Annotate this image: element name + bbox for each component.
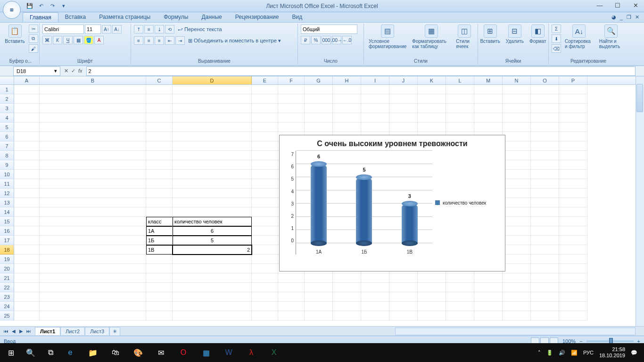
cell[interactable]: 5 — [173, 236, 252, 245]
sheet-tab-2[interactable]: Лист2 — [60, 327, 85, 335]
cell[interactable]: 1Б — [146, 236, 173, 245]
cell[interactable] — [474, 311, 503, 321]
cell[interactable] — [531, 160, 559, 170]
row-header[interactable]: 9 — [0, 160, 14, 170]
align-right-icon[interactable]: ≡ — [155, 36, 164, 45]
fill-icon[interactable]: ⬇ — [552, 34, 561, 43]
cell[interactable] — [252, 226, 278, 236]
sheet-nav-next-icon[interactable]: ▶ — [18, 329, 25, 334]
cell[interactable]: 1В — [146, 245, 173, 255]
cell[interactable]: 6 — [173, 226, 252, 236]
cell[interactable] — [278, 283, 305, 292]
name-box[interactable]: D18▾ — [13, 66, 60, 76]
sheet-nav-prev-icon[interactable]: ◀ — [10, 329, 17, 334]
cell[interactable] — [40, 283, 146, 292]
cell[interactable] — [503, 245, 531, 255]
row-header[interactable]: 2 — [0, 94, 14, 104]
cell[interactable] — [146, 151, 173, 160]
cell[interactable] — [503, 123, 531, 132]
row-header[interactable]: 22 — [0, 283, 14, 292]
cell[interactable] — [503, 292, 531, 302]
cell[interactable] — [418, 273, 446, 283]
cell[interactable] — [503, 198, 531, 207]
cell[interactable] — [40, 245, 146, 255]
cell[interactable]: класс — [146, 217, 173, 226]
cell[interactable] — [559, 273, 587, 283]
tray-battery-icon[interactable]: 🔋 — [546, 350, 553, 356]
column-header[interactable]: G — [305, 76, 333, 84]
cell[interactable] — [531, 217, 559, 226]
cell[interactable] — [446, 273, 474, 283]
cell[interactable] — [531, 123, 559, 132]
cell[interactable] — [503, 179, 531, 189]
taskbar-mail-icon[interactable]: ✉ — [150, 343, 172, 362]
cell[interactable] — [305, 311, 333, 321]
column-header[interactable]: H — [333, 76, 361, 84]
cell[interactable] — [503, 255, 531, 264]
cell[interactable] — [531, 189, 559, 198]
cell[interactable] — [559, 236, 587, 245]
taskbar-excel-icon[interactable]: X — [263, 343, 285, 362]
decrease-indent-icon[interactable]: ⇤ — [165, 36, 174, 45]
cell[interactable] — [531, 85, 559, 94]
cell[interactable] — [173, 151, 252, 160]
cell[interactable] — [503, 141, 531, 151]
cell[interactable] — [559, 170, 587, 179]
cell[interactable] — [559, 283, 587, 292]
cell[interactable] — [252, 292, 278, 302]
column-header[interactable]: P — [559, 76, 587, 84]
cell[interactable] — [418, 113, 446, 123]
cell[interactable] — [252, 123, 278, 132]
search-icon[interactable]: 🔍 — [20, 343, 41, 362]
cell[interactable] — [252, 198, 278, 207]
cell[interactable] — [40, 170, 146, 179]
font-color-icon[interactable]: A — [94, 36, 104, 44]
tray-language[interactable]: РУС — [583, 350, 594, 355]
italic-icon[interactable]: К — [53, 36, 62, 44]
cell[interactable] — [531, 255, 559, 264]
cell[interactable] — [389, 283, 418, 292]
column-header[interactable]: O — [531, 76, 559, 84]
cell[interactable]: 2 — [173, 245, 252, 255]
row-header[interactable]: 15 — [0, 217, 14, 226]
cell[interactable] — [418, 85, 446, 94]
cell[interactable] — [389, 311, 418, 321]
cell[interactable] — [559, 132, 587, 141]
cell[interactable] — [40, 123, 146, 132]
restore-window-icon[interactable]: ❐ — [627, 14, 631, 20]
insert-sheet-button[interactable]: ✳ — [109, 327, 120, 336]
row-header[interactable]: 18 — [0, 245, 14, 255]
cell[interactable] — [474, 94, 503, 104]
save-icon[interactable]: 💾 — [25, 2, 34, 10]
cell[interactable] — [474, 104, 503, 113]
cell[interactable] — [40, 160, 146, 170]
cell[interactable] — [503, 217, 531, 226]
cell[interactable] — [14, 179, 40, 189]
align-center-icon[interactable]: ≡ — [144, 36, 154, 45]
cell[interactable] — [173, 292, 252, 302]
cell[interactable] — [559, 292, 587, 302]
cell[interactable] — [14, 207, 40, 217]
cell[interactable] — [278, 273, 305, 283]
cell[interactable] — [40, 113, 146, 123]
cell[interactable] — [559, 198, 587, 207]
cell[interactable] — [418, 104, 446, 113]
tray-clock[interactable]: 21:58 18.10.2019 — [599, 346, 625, 359]
cell[interactable] — [40, 85, 146, 94]
cell[interactable] — [503, 264, 531, 273]
format-as-table-button[interactable]: ▦Форматировать как таблицу — [410, 25, 452, 49]
cell[interactable] — [146, 255, 173, 264]
tray-wifi-icon[interactable]: 📶 — [571, 350, 578, 356]
cell[interactable] — [14, 189, 40, 198]
cell[interactable] — [361, 283, 389, 292]
column-header[interactable]: I — [361, 76, 389, 84]
cell[interactable] — [173, 123, 252, 132]
taskbar-store-icon[interactable]: 🛍 — [105, 343, 126, 362]
cell[interactable] — [146, 85, 173, 94]
cell[interactable] — [173, 207, 252, 217]
cell[interactable] — [173, 170, 252, 179]
cell[interactable] — [305, 113, 333, 123]
taskbar-opera-icon[interactable]: O — [173, 343, 194, 362]
cell[interactable] — [146, 273, 173, 283]
row-header[interactable]: 19 — [0, 255, 14, 264]
